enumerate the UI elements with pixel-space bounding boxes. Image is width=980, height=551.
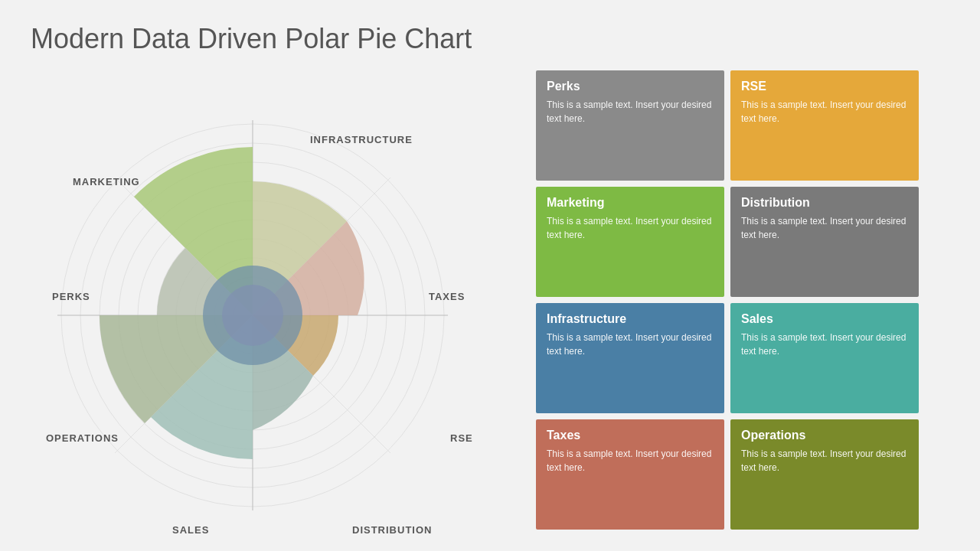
card-text-rse: This is a sample text. Insert your desir…	[741, 98, 908, 126]
svg-text:PERKS: PERKS	[52, 291, 90, 302]
card-title-marketing: Marketing	[547, 196, 714, 210]
chart-area: INFRASTRUCTURE TAXES RSE DISTRIBUTION SA…	[31, 70, 521, 530]
card-rse: RSEThis is a sample text. Insert your de…	[730, 70, 919, 181]
card-title-perks: Perks	[547, 80, 714, 93]
card-perks: PerksThis is a sample text. Insert your …	[536, 70, 724, 181]
card-text-distribution: This is a sample text. Insert your desir…	[741, 214, 908, 242]
card-text-infrastructure: This is a sample text. Insert your desir…	[547, 331, 714, 358]
card-text-marketing: This is a sample text. Insert your desir…	[547, 214, 714, 242]
card-text-operations: This is a sample text. Insert your desir…	[741, 447, 908, 474]
card-text-perks: This is a sample text. Insert your desir…	[547, 98, 714, 126]
card-title-infrastructure: Infrastructure	[547, 312, 714, 326]
card-text-sales: This is a sample text. Insert your desir…	[741, 331, 908, 358]
card-title-taxes: Taxes	[547, 429, 714, 442]
card-title-rse: RSE	[741, 80, 908, 93]
polar-chart: INFRASTRUCTURE TAXES RSE DISTRIBUTION SA…	[31, 93, 505, 537]
svg-text:MARKETING: MARKETING	[73, 176, 140, 187]
card-text-taxes: This is a sample text. Insert your desir…	[547, 447, 714, 474]
card-distribution: DistributionThis is a sample text. Inser…	[730, 187, 919, 297]
svg-text:INFRASTRUCTURE: INFRASTRUCTURE	[310, 134, 413, 145]
card-operations: OperationsThis is a sample text. Insert …	[730, 419, 919, 530]
svg-point-15	[222, 285, 283, 346]
card-taxes: TaxesThis is a sample text. Insert your …	[536, 419, 724, 530]
svg-text:DISTRIBUTION: DISTRIBUTION	[352, 524, 432, 536]
cards-grid: PerksThis is a sample text. Insert your …	[536, 70, 919, 530]
content-area: INFRASTRUCTURE TAXES RSE DISTRIBUTION SA…	[31, 70, 957, 530]
slide: Modern Data Driven Polar Pie Chart	[0, 0, 980, 551]
svg-text:OPERATIONS: OPERATIONS	[46, 432, 119, 444]
slide-title: Modern Data Driven Polar Pie Chart	[31, 23, 957, 55]
svg-text:RSE: RSE	[450, 432, 473, 444]
svg-text:TAXES: TAXES	[429, 291, 465, 302]
card-title-distribution: Distribution	[741, 196, 908, 210]
card-title-sales: Sales	[741, 312, 908, 326]
card-title-operations: Operations	[741, 429, 908, 442]
svg-text:SALES: SALES	[172, 524, 209, 536]
card-sales: SalesThis is a sample text. Insert your …	[730, 303, 919, 413]
card-infrastructure: InfrastructureThis is a sample text. Ins…	[536, 303, 724, 413]
card-marketing: MarketingThis is a sample text. Insert y…	[536, 187, 724, 297]
